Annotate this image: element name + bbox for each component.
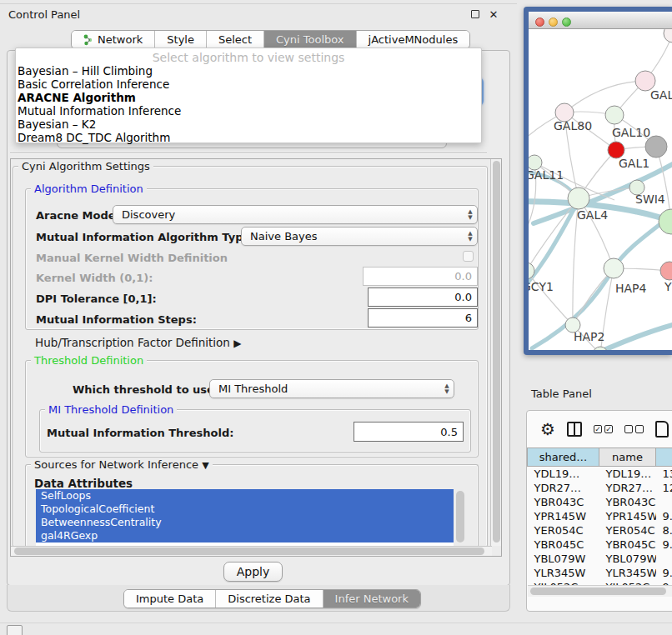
data-attribute-item[interactable]: BetweennessCentrality [36, 516, 454, 529]
close-icon[interactable]: ✕ [487, 8, 500, 21]
table-row[interactable]: YBL079WYBL079W [528, 552, 672, 566]
which-threshold-label: Which threshold to use: [73, 383, 218, 396]
table-horizontal-scrollbar[interactable] [528, 585, 672, 597]
algorithm-popup-item[interactable]: ARACNE Algorithm [16, 91, 481, 104]
algorithm-popup-item[interactable]: Basic Correlation Inference [16, 78, 481, 91]
sources-title[interactable]: Sources for Network Inference ▼ [31, 458, 213, 471]
data-attributes-list[interactable]: SelfLoopsTopologicalCoefficientBetweenne… [36, 489, 454, 546]
kernel-width-label: Kernel Width (0,1): [36, 272, 153, 284]
network-node-gal4[interactable] [568, 188, 589, 209]
node-label: Y [664, 280, 672, 293]
network-canvas[interactable]: GALGAL80GAL10GAL1GAL11SWI4GAL4HAP4YGCY1H… [529, 29, 672, 350]
deselect-all-checks-icon[interactable] [624, 425, 644, 433]
tab-select[interactable]: Select [207, 31, 264, 48]
zoom-traffic-icon[interactable] [562, 18, 571, 27]
network-window: GALGAL80GAL10GAL1GAL11SWI4GAL4HAP4YGCY1H… [529, 12, 672, 350]
expand-right-icon: ▶ [233, 338, 241, 349]
horizontal-scrollbar[interactable] [11, 546, 492, 556]
manual-kernel-width-checkbox[interactable] [463, 251, 474, 262]
node-table[interactable]: shared… name A YDL19…YDL19…13YDR27…YDR27… [527, 448, 672, 594]
cyni-algorithm-settings-title: Cyni Algorithm Settings [18, 160, 153, 172]
node-label: GAL11 [529, 168, 564, 182]
table-row[interactable]: YDR27…YDR27…12 [528, 481, 672, 495]
column-header-name[interactable]: name [599, 448, 656, 467]
network-edges-thick [529, 162, 672, 350]
aracne-mode-label: Aracne Mode: [36, 209, 120, 222]
table-row[interactable]: YER054CYER054C8. [528, 523, 672, 538]
algorithm-popup-item[interactable]: Bayesian – Hill Climbing [16, 64, 481, 78]
network-node[interactable] [659, 209, 672, 234]
algorithm-popup-item[interactable]: Bayesian – K2 [16, 118, 481, 131]
apply-button[interactable]: Apply [223, 562, 283, 582]
data-attribute-item[interactable]: TopologicalCoefficient [36, 502, 454, 516]
manual-kernel-width-label: Manual Kernel Width Definition [36, 252, 228, 264]
tab-discretize-data[interactable]: Discretize Data [216, 590, 323, 608]
tab-style[interactable]: Style [155, 31, 207, 48]
table-row[interactable]: YDL19…YDL19…13 [528, 467, 672, 481]
mi-algorithm-type-label: Mutual Information Algorithm Type: [36, 231, 255, 243]
data-attributes-label: Data Attributes [34, 477, 133, 490]
table-toolbar: ⚙ ✓✓ [527, 411, 672, 448]
table-row[interactable]: YBR043CYBR043C [528, 495, 672, 509]
tab-jactivemnodules[interactable]: jActiveMNodules [357, 31, 470, 48]
aracne-mode-combo[interactable]: Discovery ▲▼ [113, 205, 478, 224]
node-label: HAP4 [615, 282, 647, 295]
control-panel-tabs: Network Style Select Cyni Toolbox jActiv… [71, 30, 470, 49]
select-all-checks-icon[interactable]: ✓✓ [594, 425, 613, 433]
node-label: GCY1 [529, 280, 554, 293]
node-label: GAL1 [619, 157, 649, 170]
network-node-hap4[interactable] [604, 258, 624, 278]
kernel-width-field[interactable]: 0.0 [363, 267, 478, 286]
network-node[interactable] [664, 29, 672, 42]
settings-scrollpane: Cyni Algorithm Settings Algorithm Defini… [10, 158, 502, 557]
algorithm-popup-item[interactable]: Mutual Information Inference [16, 104, 481, 118]
split-columns-icon[interactable] [567, 422, 582, 437]
stepper-icon: ▲▼ [440, 383, 454, 394]
which-threshold-combo[interactable]: MI Threshold ▲▼ [209, 379, 454, 398]
algorithm-popup-items: Bayesian – Hill ClimbingBasic Correlatio… [16, 64, 481, 144]
algorithm-popup-item[interactable]: Dream8 DC_TDC Algorithm [16, 131, 481, 144]
network-icon [83, 34, 93, 46]
data-attribute-item[interactable]: SelfLoops [36, 489, 454, 502]
table-row[interactable]: YPR145WYPR145W9. [528, 509, 672, 523]
attribute-list-scrollbar[interactable] [456, 491, 464, 542]
stepper-icon: ▲▼ [464, 231, 477, 242]
network-nodes[interactable] [529, 29, 672, 350]
node-label: GAL4 [577, 208, 608, 222]
algorithm-dropdown-popup: Select algorithm to view settings Bayesi… [15, 48, 482, 143]
node-label: GAL10 [612, 126, 650, 139]
expand-down-icon: ▼ [202, 460, 208, 471]
table-row[interactable]: YLR345WYLR345W9. [528, 566, 672, 580]
mi-algorithm-type-combo[interactable]: Naive Bayes ▲▼ [241, 227, 478, 246]
dpi-tolerance-label: DPI Tolerance [0,1]: [36, 292, 157, 305]
node-label: SWI4 [635, 192, 665, 206]
network-node-y[interactable] [660, 262, 672, 280]
tab-network[interactable]: Network [72, 31, 155, 48]
dpi-tolerance-field[interactable]: 0.0 [368, 288, 478, 307]
tab-impute-data[interactable]: Impute Data [124, 590, 216, 608]
mi-threshold-field[interactable]: 0.5 [354, 422, 464, 442]
network-node-gal10[interactable] [605, 106, 624, 124]
mi-steps-field[interactable]: 6 [368, 308, 478, 328]
tab-infer-network[interactable]: Infer Network [323, 590, 420, 608]
hub-definition-toggle[interactable]: Hub/Transcription Factor Definition ▶ [35, 336, 241, 349]
close-traffic-icon[interactable] [535, 18, 544, 27]
mi-threshold-group: MI Threshold Definition Mutual Informati… [39, 409, 471, 452]
column-header-shared-name[interactable]: shared… [528, 448, 599, 467]
algorithm-definition-title: Algorithm Definition [31, 182, 147, 195]
network-node-gal1[interactable] [608, 142, 624, 158]
collapsed-panel-button[interactable] [7, 625, 23, 635]
tab-cyni-toolbox[interactable]: Cyni Toolbox [264, 31, 357, 48]
minimize-traffic-icon[interactable] [549, 18, 558, 27]
gear-icon[interactable]: ⚙ [540, 419, 555, 439]
threshold-definition-group: Threshold Definition Which threshold to … [25, 360, 479, 458]
table-row[interactable]: YBR045CYBR045C9. [528, 538, 672, 552]
column-header-a[interactable]: A [656, 448, 672, 467]
mi-steps-label: Mutual Information Steps: [36, 313, 197, 326]
vertical-scrollbar[interactable] [490, 159, 501, 546]
network-window-titlebar[interactable] [529, 12, 672, 29]
float-window-icon[interactable] [469, 8, 482, 21]
data-attribute-item[interactable]: gal4RGexp [36, 529, 454, 542]
threshold-definition-title: Threshold Definition [31, 354, 147, 367]
document-icon[interactable] [655, 421, 669, 438]
